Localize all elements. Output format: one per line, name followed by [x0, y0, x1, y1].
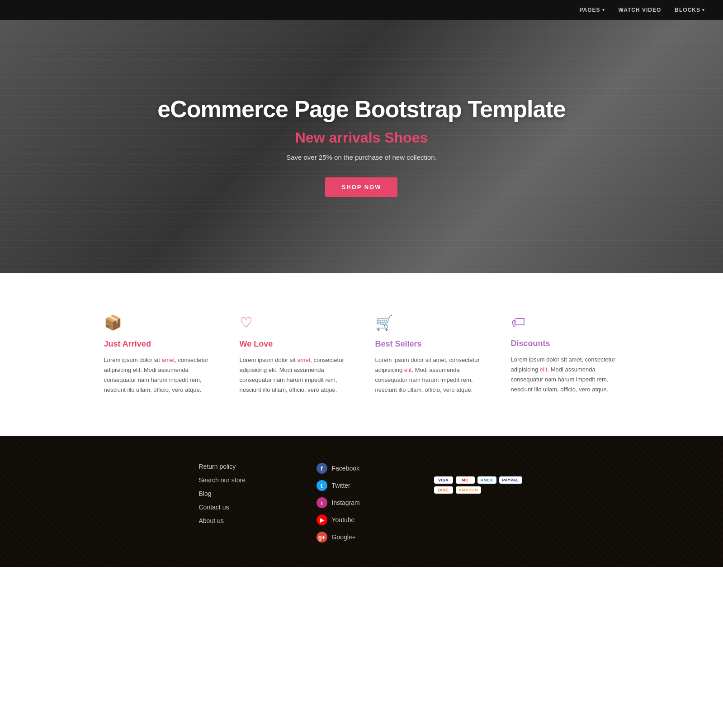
chevron-down-icon: ▾	[702, 8, 705, 12]
features-section: 📦 Just Arrived Lorem ipsum dolor sit ame…	[0, 273, 723, 436]
feature-text-we-love: Lorem ipsum dolor sit amet, consectetur …	[240, 355, 348, 395]
feature-best-sellers: 🛒 Best Sellers Lorem ipsum dolor sit ame…	[362, 305, 497, 404]
feature-title-we-love: We Love	[240, 339, 348, 349]
social-instagram[interactable]: i Instagram	[317, 497, 407, 508]
youtube-icon: ▶	[317, 514, 327, 525]
navbar: PAGES ▾ WATCH VIDEO BLOCKS ▾	[0, 0, 723, 20]
paypal-badge: PayPal	[499, 476, 522, 484]
footer-link-contact[interactable]: Contact us	[199, 504, 289, 511]
chevron-down-icon: ▾	[602, 8, 605, 12]
footer-link-about[interactable]: About us	[199, 517, 289, 524]
hero-subtitle-prefix: New arrivals	[295, 129, 384, 146]
footer-link-return-policy[interactable]: Return policy	[199, 463, 289, 470]
footer-link-blog[interactable]: Blog	[199, 490, 289, 497]
feature-text-best-sellers: Lorem ipsum dolor sit amet, consectetur …	[375, 355, 484, 395]
feature-text-discounts: Lorem ipsum dolor sit amet, consectetur …	[511, 355, 619, 395]
mastercard-badge: MC	[456, 476, 475, 484]
social-googleplus[interactable]: g+ Google+	[317, 532, 407, 542]
footer-links-col: Return policy Search our store Blog Cont…	[185, 463, 303, 549]
amex-badge: AMEX	[477, 476, 496, 484]
shop-now-button[interactable]: SHOP NOW	[325, 177, 397, 197]
box-icon: 📦	[104, 314, 213, 331]
footer-social-col: f Facebook t Twitter i Instagram ▶ Youtu…	[303, 463, 421, 549]
footer-link-search[interactable]: Search our store	[199, 476, 289, 484]
payment-badges: VISA MC AMEX PayPal DISC amazon	[434, 476, 525, 494]
googleplus-icon: g+	[317, 532, 327, 542]
social-youtube[interactable]: ▶ Youtube	[317, 514, 407, 525]
feature-we-love: ♡ We Love Lorem ipsum dolor sit amet, co…	[226, 305, 362, 404]
social-facebook[interactable]: f Facebook	[317, 463, 407, 474]
feature-just-arrived: 📦 Just Arrived Lorem ipsum dolor sit ame…	[90, 305, 226, 404]
feature-title-just-arrived: Just Arrived	[104, 339, 213, 349]
instagram-icon: i	[317, 497, 327, 508]
visa-badge: VISA	[434, 476, 453, 484]
hero-subtitle: New arrivals Shoes	[157, 129, 565, 146]
cart-icon: 🛒	[375, 314, 484, 331]
feature-text-just-arrived: Lorem ipsum dolor sit amet, consectetur …	[104, 355, 213, 395]
feature-discounts: 🏷 Discounts Lorem ipsum dolor sit amet, …	[497, 305, 633, 404]
hero-tagline: Save over 25% on the purchase of new col…	[157, 153, 565, 161]
nav-pages[interactable]: PAGES ▾	[579, 7, 605, 13]
amazon-badge: amazon	[456, 486, 482, 494]
hero-title: eCommerce Page Bootstrap Template	[157, 96, 565, 122]
feature-title-best-sellers: Best Sellers	[375, 339, 484, 349]
hero-subtitle-highlight: Shoes	[384, 129, 428, 146]
hero-content: eCommerce Page Bootstrap Template New ar…	[157, 96, 565, 197]
hero-section: eCommerce Page Bootstrap Template New ar…	[0, 20, 723, 273]
nav-blocks[interactable]: BLOCKS ▾	[675, 7, 705, 13]
feature-title-discounts: Discounts	[511, 339, 619, 348]
footer-payments-col: VISA MC AMEX PayPal DISC amazon	[421, 463, 538, 549]
discover-badge: DISC	[434, 486, 453, 494]
facebook-icon: f	[317, 463, 327, 474]
nav-watch-video[interactable]: WATCH VIDEO	[619, 7, 662, 13]
social-twitter[interactable]: t Twitter	[317, 480, 407, 491]
twitter-icon: t	[317, 480, 327, 491]
heart-icon: ♡	[240, 314, 348, 331]
tag-icon: 🏷	[511, 314, 619, 331]
footer: Return policy Search our store Blog Cont…	[0, 436, 723, 567]
